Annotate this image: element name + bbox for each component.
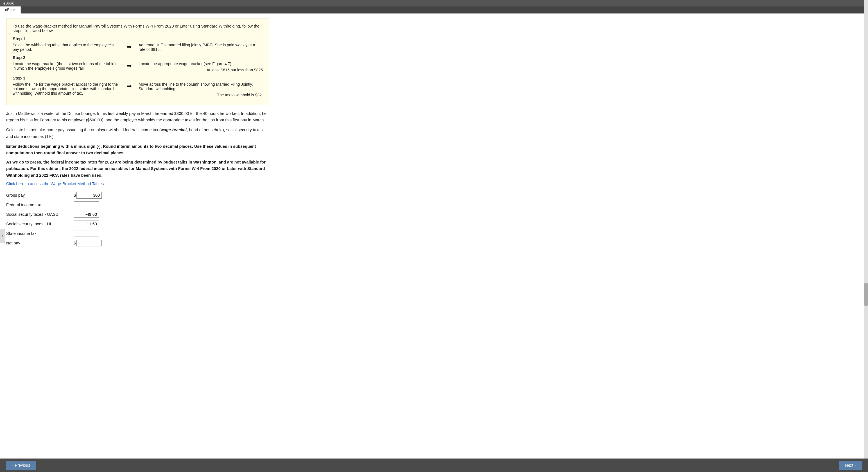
step1-header: Step 1 bbox=[13, 36, 263, 41]
content-area: To use the wage-bracket method for Manua… bbox=[0, 13, 276, 259]
federal-income-tax-input[interactable] bbox=[74, 201, 99, 208]
step3-sub: The tax to withhold is $32. bbox=[138, 93, 263, 97]
step3-right-text: Move across the line to the column showi… bbox=[138, 82, 253, 91]
step2-sub: At least $815 but less than $825 bbox=[138, 68, 263, 72]
problem-instruction: Calculate his net take-home pay assuming… bbox=[6, 127, 269, 139]
gross-pay-cell: $ bbox=[74, 190, 104, 200]
state-income-tax-cell bbox=[74, 229, 104, 238]
intro-text: To use the wage-bracket method for Manua… bbox=[13, 24, 263, 33]
step3-header: Step 3 bbox=[13, 75, 263, 81]
net-pay-input[interactable] bbox=[76, 240, 102, 246]
net-pay-cell: $ bbox=[74, 238, 104, 248]
step3-left: Follow the line for the wage bracket acr… bbox=[13, 82, 120, 96]
step2-arrow: ➡ bbox=[124, 62, 134, 69]
federal-income-tax-cell bbox=[74, 200, 104, 210]
scrollbar[interactable] bbox=[864, 0, 868, 259]
wage-bracket-link[interactable]: Click here to access the Wage-Bracket Me… bbox=[6, 182, 269, 186]
step2-right-text: Locate the appropriate wage bracket (see… bbox=[138, 62, 232, 66]
form-row-ss-hi: Social security taxes - HI bbox=[6, 219, 104, 229]
step2-left: Locate the wage bracket (the first two c… bbox=[13, 62, 120, 70]
form-row-state-income-tax: State income tax bbox=[6, 229, 104, 238]
ss-hi-input[interactable] bbox=[74, 221, 99, 227]
ebook-label: eBook bbox=[3, 1, 14, 5]
step1-left: Select the withholding table that applie… bbox=[13, 43, 120, 52]
ss-oasdi-cell bbox=[74, 210, 104, 219]
tab-bar: eBook bbox=[0, 6, 868, 13]
gross-pay-input[interactable] bbox=[76, 192, 102, 199]
step3-arrow: ➡ bbox=[124, 83, 134, 90]
step2-row: Locate the wage bracket (the first two c… bbox=[13, 62, 263, 72]
state-income-tax-input[interactable] bbox=[74, 230, 99, 237]
ss-hi-cell bbox=[74, 219, 104, 229]
form-row-ss-oasdi: Social security taxes - OASDI bbox=[6, 210, 104, 219]
form-row-gross-pay: Gross pay$ bbox=[6, 190, 104, 200]
state-income-tax-label: State income tax bbox=[6, 229, 74, 238]
form-table: Gross pay$Federal income taxSocial secur… bbox=[6, 190, 104, 248]
ss-oasdi-label: Social security taxes - OASDI bbox=[6, 210, 74, 219]
step2-right: Locate the appropriate wage bracket (see… bbox=[138, 62, 263, 72]
form-row-net-pay: Net pay$ bbox=[6, 238, 104, 248]
step1-arrow: ➡ bbox=[124, 43, 134, 51]
step3-right: Move across the line to the column showi… bbox=[138, 82, 263, 97]
net-pay-label: Net pay bbox=[6, 238, 74, 248]
sidebar-toggle[interactable]: ‹ bbox=[0, 229, 5, 243]
bold-instruction-1: Enter deductions beginning with a minus … bbox=[6, 143, 269, 156]
wage-bracket-bold: wage-bracket bbox=[161, 128, 187, 132]
problem-description: Justin Matthews is a waiter at the Dulux… bbox=[6, 111, 269, 123]
ss-hi-label: Social security taxes - HI bbox=[6, 219, 74, 229]
tab-ebook-label: eBook bbox=[5, 8, 16, 12]
step3-row: Follow the line for the wage bracket acr… bbox=[13, 82, 263, 97]
gross-pay-label: Gross pay bbox=[6, 190, 74, 200]
ss-oasdi-input[interactable] bbox=[74, 211, 99, 218]
net-pay-prefix: $ bbox=[74, 241, 76, 245]
top-bar: eBook bbox=[0, 0, 868, 6]
federal-income-tax-label: Federal income tax bbox=[6, 200, 74, 210]
form-row-federal-income-tax: Federal income tax bbox=[6, 200, 104, 210]
bold-instruction-2: As we go to press, the federal income ta… bbox=[6, 159, 269, 179]
step2-header: Step 2 bbox=[13, 55, 263, 60]
tab-ebook[interactable]: eBook bbox=[0, 6, 21, 13]
step1-right-text: Adrienne Huff is married filing jointly … bbox=[138, 43, 255, 52]
gross-pay-prefix: $ bbox=[74, 193, 76, 197]
step1-row: Select the withholding table that applie… bbox=[13, 43, 263, 52]
step1-right: Adrienne Huff is married filing jointly … bbox=[138, 43, 263, 52]
yellow-instruction-box: To use the wage-bracket method for Manua… bbox=[6, 19, 269, 105]
